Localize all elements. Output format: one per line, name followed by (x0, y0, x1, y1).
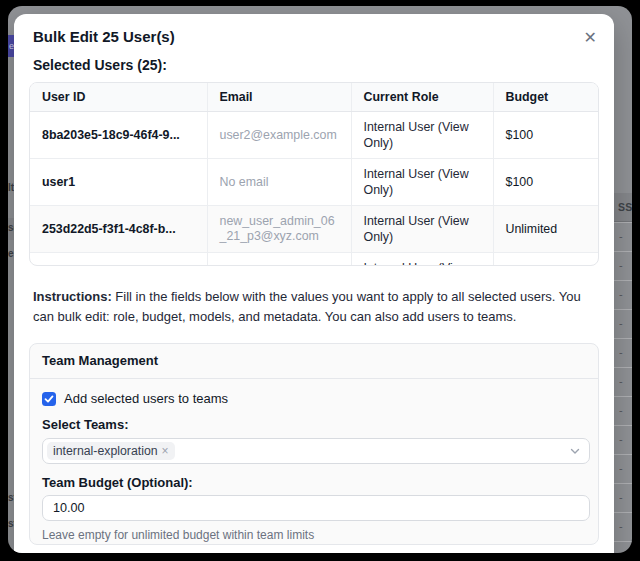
modal-title: Bulk Edit 25 User(s) (33, 28, 175, 45)
background-table-column-header: SS (614, 193, 632, 222)
select-teams-label: Select Teams: (42, 417, 586, 432)
user-id-cell: 8ba203e5-18c9-46f4-9... (30, 112, 207, 159)
selected-users-label: Selected Users (25): (33, 57, 599, 73)
role-cell: Internal User (View Only) (351, 206, 493, 253)
background-page-right-strip: SS - - - - - - - - - - - - (614, 6, 632, 553)
background-cell-dash: - (614, 338, 632, 367)
column-header-email: Email (207, 83, 351, 112)
role-cell: Internal User (View Only) (351, 112, 493, 159)
budget-cell: $100 (493, 159, 599, 206)
selected-team-tag: internal-exploration × (47, 442, 175, 460)
background-cell-dash: - (614, 483, 632, 512)
table-row: 8ba203e5-18c9-46f4-9... user2@example.co… (30, 112, 599, 159)
team-budget-label: Team Budget (Optional): (42, 475, 586, 490)
bulk-edit-users-modal: Bulk Edit 25 User(s) ✕ Selected Users (2… (14, 14, 614, 553)
email-cell: inter (207, 253, 351, 267)
table-row: 5dbd2335-cdd6-47ca-b... inter Internal U… (30, 253, 599, 267)
selected-users-table[interactable]: User ID Email Current Role Budget 8ba203… (29, 82, 599, 266)
background-cell-dash: - (614, 251, 632, 280)
background-cell-dash: - (614, 280, 632, 309)
user-id-cell: user1 (30, 159, 207, 206)
table-row: 253d22d5-f3f1-4c8f-b... new_user_admin_0… (30, 206, 599, 253)
user-id-cell: 5dbd2335-cdd6-47ca-b... (30, 253, 207, 267)
table-row: user1 No email Internal User (View Only)… (30, 159, 599, 206)
background-cell-dash: - (614, 222, 632, 251)
email-cell: user2@example.com (207, 112, 351, 159)
background-cell-dash: - (614, 309, 632, 338)
background-cell-dash: - (614, 454, 632, 483)
team-budget-input[interactable] (42, 495, 590, 521)
user-id-cell: 253d22d5-f3f1-4c8f-b... (30, 206, 207, 253)
email-cell: No email (207, 159, 351, 206)
remove-tag-icon[interactable]: × (162, 444, 169, 458)
background-cell-dash: - (614, 425, 632, 454)
email-cell: new_user_admin_06_21_p3@xyz.com (207, 206, 351, 253)
instructions-label: Instructions: (33, 289, 112, 304)
table-header-row: User ID Email Current Role Budget (30, 83, 599, 112)
budget-cell: $100 (493, 112, 599, 159)
budget-helper-text: Leave empty for unlimited budget within … (42, 528, 586, 542)
role-cell: Internal User (View Only) (351, 253, 493, 267)
background-cell-dash: - (614, 541, 632, 553)
add-users-to-teams-checkbox[interactable] (42, 392, 56, 406)
role-cell: Internal User (View Only) (351, 159, 493, 206)
background-cell-dash: - (614, 396, 632, 425)
budget-cell: Unlimited (493, 253, 599, 267)
teams-multiselect[interactable]: internal-exploration × (42, 438, 590, 464)
column-header-current-role: Current Role (351, 83, 493, 112)
dimmed-page-backdrop: e lt se e st st SS - - - - - - - - - - -… (8, 6, 632, 553)
team-management-title: Team Management (30, 344, 598, 379)
background-cell-dash: - (614, 367, 632, 396)
checkmark-icon (44, 394, 54, 404)
background-cell-dash: - (614, 512, 632, 541)
close-icon[interactable]: ✕ (584, 30, 597, 46)
team-management-section: Team Management Add selected users to te… (29, 343, 599, 545)
instructions-body: Fill in the fields below with the values… (33, 289, 581, 324)
background-table-rows: - - - - - - - - - - - - (614, 222, 632, 553)
budget-cell: Unlimited (493, 206, 599, 253)
add-users-to-teams-label: Add selected users to teams (64, 391, 228, 406)
selected-team-tag-label: internal-exploration (53, 444, 158, 458)
background-text-fragment: e (8, 248, 14, 260)
instructions-text: Instructions: Fill in the fields below w… (33, 287, 593, 327)
column-header-user-id: User ID (30, 83, 207, 112)
column-header-budget: Budget (493, 83, 599, 112)
chevron-down-icon (569, 445, 581, 457)
